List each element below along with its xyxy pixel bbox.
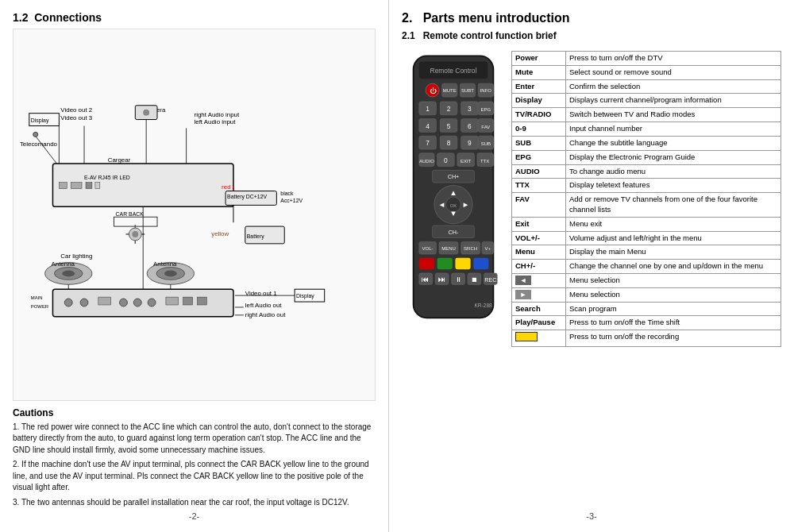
key-cell: TTX — [512, 179, 566, 193]
svg-rect-15 — [95, 183, 100, 189]
svg-text:left Audio out: left Audio out — [245, 302, 283, 309]
page-container: 1.2 Connections Video out 2 Video out 3 … — [0, 0, 794, 532]
left-page: 1.2 Connections Video out 2 Video out 3 … — [0, 0, 389, 532]
key-cell: Power — [512, 52, 566, 66]
caution-1: 1. The red power wire connect to the ACC… — [13, 422, 376, 457]
svg-text:Battery DC+12V: Battery DC+12V — [227, 194, 267, 200]
svg-text:0: 0 — [444, 156, 448, 164]
svg-rect-13 — [71, 183, 82, 189]
svg-text:►: ► — [462, 200, 470, 209]
svg-text:INFO: INFO — [480, 88, 492, 93]
table-row: FAVAdd or remove TV channels from one of… — [512, 193, 781, 218]
svg-text:2: 2 — [447, 105, 451, 113]
svg-text:9: 9 — [468, 139, 472, 147]
svg-rect-14 — [86, 183, 92, 189]
svg-text:Antenna: Antenna — [51, 260, 75, 268]
svg-text:MAIN: MAIN — [31, 295, 43, 300]
table-row: Play/PausePress to turn on/off the Time … — [512, 316, 781, 330]
table-row: MenuDisplay the main Menu — [512, 245, 781, 260]
svg-rect-57 — [166, 297, 179, 305]
table-row: DisplayDisplays current channel/program … — [512, 94, 781, 108]
desc-cell: Press to turn on/off the Time shift — [566, 316, 781, 330]
svg-point-9 — [143, 110, 149, 116]
right-page: 2. Parts menu introduction 2.1 Remote co… — [389, 0, 794, 532]
desc-cell: Menu exit — [566, 217, 781, 231]
svg-text:⏹: ⏹ — [471, 276, 477, 283]
svg-text:⏮: ⏮ — [422, 275, 430, 283]
desc-cell: Display teletext features — [566, 179, 781, 193]
svg-text:E-AV  RJ45   IR  LED: E-AV RJ45 IR LED — [84, 175, 130, 180]
svg-text:VOL-: VOL- — [422, 246, 434, 251]
table-row: CH+/-Change the channel one by one and u… — [512, 260, 781, 274]
svg-rect-59 — [197, 297, 206, 305]
table-row: AUDIOTo change audio menu — [512, 164, 781, 179]
svg-text:FAV: FAV — [481, 125, 490, 129]
svg-point-23 — [33, 132, 38, 137]
desc-cell: Display the main Menu — [566, 245, 781, 260]
caution-2: 2. If the machine don't use the AV input… — [13, 459, 376, 494]
svg-text:⏻: ⏻ — [430, 87, 437, 94]
key-cell: SUB — [512, 136, 566, 150]
svg-text:Telecomando: Telecomando — [20, 141, 58, 148]
desc-cell: Display the Electronic Program Guide — [566, 150, 781, 164]
right-header: 2. Parts menu introduction 2.1 Remote co… — [402, 11, 781, 44]
svg-text:Battery: Battery — [247, 233, 264, 240]
svg-text:⏭: ⏭ — [438, 275, 446, 283]
svg-text:V+: V+ — [484, 246, 491, 251]
table-row: ►Menu selection — [512, 287, 781, 302]
function-table-area: PowerPress to turn on/off the DTVMuteSel… — [511, 51, 781, 508]
svg-text:⏸: ⏸ — [455, 276, 461, 283]
key-cell: FAV — [512, 193, 566, 218]
right-content: Remote Control ⏻ MUTE SUBT INFO 1 2 — [402, 51, 781, 508]
table-row: TV/RADIOSwitch between TV and Radio mode… — [512, 108, 781, 122]
desc-cell: Switch between TV and Radio modes — [566, 108, 781, 122]
svg-text:1: 1 — [426, 105, 430, 113]
desc-cell: Confirm the selection — [566, 79, 781, 94]
svg-text:right Audio out: right Audio out — [245, 311, 286, 318]
svg-text:CH+: CH+ — [448, 173, 460, 180]
svg-rect-135 — [419, 258, 434, 269]
cautions-text: 1. The red power wire connect to the ACC… — [13, 422, 376, 509]
table-row: ◄Menu selection — [512, 274, 781, 288]
key-cell: CH+/- — [512, 260, 566, 274]
svg-text:Video out 1: Video out 1 — [245, 290, 277, 297]
table-row: EnterConfirm the selection — [512, 79, 781, 94]
svg-text:◄: ◄ — [438, 200, 446, 209]
svg-rect-12 — [59, 183, 67, 189]
svg-text:SRCH: SRCH — [464, 246, 477, 251]
svg-text:▼: ▼ — [449, 209, 457, 218]
desc-cell: Press to turn on/off the recording — [566, 330, 781, 347]
svg-text:REC: REC — [484, 276, 496, 283]
right-page-number: -3- — [402, 511, 781, 521]
key-cell: ◄ — [512, 274, 566, 288]
svg-text:CH-: CH- — [449, 229, 459, 236]
key-cell: Search — [512, 302, 566, 316]
svg-text:TTX: TTX — [480, 159, 489, 164]
cautions-title: Cautions — [13, 407, 376, 418]
svg-text:MUTE: MUTE — [443, 88, 457, 93]
cautions-section: Cautions 1. The red power wire connect t… — [13, 407, 376, 509]
svg-text:Car lighting: Car lighting — [60, 253, 92, 260]
key-cell: Menu — [512, 245, 566, 260]
svg-text:CAR BACK: CAR BACK — [116, 211, 145, 217]
svg-point-47 — [164, 270, 177, 276]
svg-point-51 — [64, 299, 72, 306]
desc-cell: Press to turn on/off the DTV — [566, 52, 781, 66]
table-row: 0-9Input channel number — [512, 122, 781, 137]
remote-svg: Remote Control ⏻ MUTE SUBT INFO 1 2 — [406, 54, 501, 321]
table-row: VOL+/-Volume adjust and left/right in th… — [512, 231, 781, 245]
svg-text:KR-288: KR-288 — [474, 303, 492, 308]
desc-cell: Menu selection — [566, 274, 781, 288]
svg-text:red: red — [222, 183, 230, 191]
svg-text:▲: ▲ — [449, 188, 457, 197]
svg-rect-137 — [455, 258, 470, 269]
svg-text:4: 4 — [426, 122, 430, 130]
right-section-heading: 2. Parts menu introduction — [402, 11, 781, 25]
svg-rect-136 — [437, 258, 453, 269]
key-cell — [512, 330, 566, 347]
key-cell: AUDIO — [512, 164, 566, 179]
svg-rect-138 — [473, 258, 488, 269]
svg-text:Cargear: Cargear — [108, 156, 131, 164]
diagram-svg: Video out 2 Video out 3 Camera right Aud… — [13, 29, 375, 400]
svg-text:Antenna: Antenna — [153, 260, 177, 268]
